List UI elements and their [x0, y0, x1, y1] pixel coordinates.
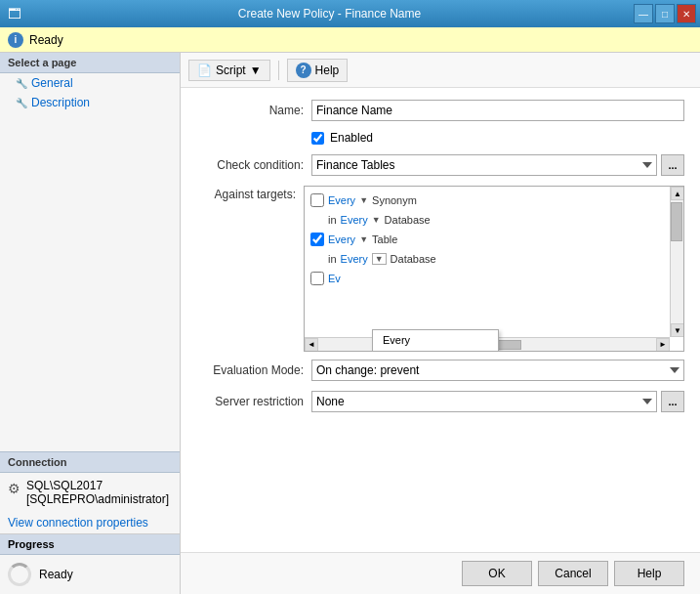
- maximize-button[interactable]: □: [655, 4, 675, 23]
- evaluation-mode-row: Evaluation Mode: On change: prevent: [196, 360, 684, 381]
- target-synonym-db-dropdown-icon: ▼: [372, 215, 381, 225]
- sidebar-description-label: Description: [31, 96, 90, 109]
- check-condition-ellipsis-button[interactable]: ...: [661, 154, 684, 176]
- target-synonym-db-every-link[interactable]: Every: [341, 214, 368, 226]
- target-synonym-db-text: Database: [385, 214, 431, 226]
- ok-button[interactable]: OK: [462, 561, 532, 586]
- vertical-scrollbar[interactable]: ▲ ▼: [670, 187, 683, 337]
- target-synonym-text: Synonym: [372, 194, 417, 206]
- status-icon: i: [8, 32, 23, 48]
- scroll-up-arrow[interactable]: ▲: [671, 187, 684, 200]
- server-restriction-ellipsis-button[interactable]: ...: [661, 391, 684, 412]
- targets-inner: Every ▼ Synonym in Every ▼ Database: [305, 191, 683, 288]
- sidebar: Select a page 🔧 General 🔧 Description Co…: [0, 53, 181, 594]
- scroll-down-arrow[interactable]: ▼: [671, 323, 684, 337]
- name-label: Name:: [196, 104, 304, 117]
- server-restriction-label: Server restriction: [196, 395, 304, 408]
- window-title: Create New Policy - Finance Name: [25, 7, 634, 21]
- sidebar-item-general[interactable]: 🔧 General: [0, 73, 180, 93]
- targets-scroll-area[interactable]: Every ▼ Synonym in Every ▼ Database: [305, 187, 683, 351]
- script-label: Script: [216, 64, 246, 77]
- connection-user: [SQLREPRO\administrator]: [26, 492, 169, 506]
- server-restriction-row: Server restriction None ...: [196, 391, 684, 412]
- name-row: Name:: [196, 100, 684, 121]
- enabled-label: Enabled: [330, 131, 373, 145]
- footer: OK Cancel Help: [181, 552, 700, 594]
- connection-title: Connection: [0, 451, 180, 473]
- target-table-db-text: Database: [391, 253, 436, 265]
- against-targets-label: Against targets:: [196, 186, 304, 352]
- close-button[interactable]: ✕: [677, 4, 696, 23]
- progress-spinner: [8, 563, 31, 586]
- targets-box: Every ▼ Synonym in Every ▼ Database: [304, 186, 684, 352]
- target-table-dropdown-icon: ▼: [359, 234, 368, 244]
- target-row-synonym: Every ▼ Synonym: [309, 191, 676, 210]
- enabled-row: Enabled: [196, 131, 684, 145]
- select-page-title: Select a page: [0, 53, 180, 73]
- server-restriction-select[interactable]: None: [311, 391, 657, 412]
- target-ev-checkbox[interactable]: [310, 272, 324, 285]
- title-bar-buttons: — □ ✕: [634, 4, 696, 23]
- progress-content: Ready: [0, 555, 180, 594]
- connection-details: SQL\SQL2017 [SQLREPRO\administrator]: [26, 479, 169, 506]
- connection-section: Connection ⚙ SQL\SQL2017 [SQLREPRO\admin…: [0, 451, 180, 533]
- form-area: Name: Enabled Check condition: Finance T…: [181, 88, 700, 552]
- target-synonym-every-link[interactable]: Every: [328, 194, 355, 206]
- target-row-table-db: in Every ▼ Database Every New condition.…: [309, 249, 676, 269]
- footer-help-button[interactable]: Help: [614, 561, 684, 586]
- scroll-thumb[interactable]: [671, 202, 682, 241]
- main-layout: Select a page 🔧 General 🔧 Description Co…: [0, 53, 700, 594]
- target-table-checkbox[interactable]: [310, 233, 324, 246]
- scroll-right-arrow[interactable]: ►: [656, 338, 670, 352]
- progress-title: Progress: [0, 534, 180, 555]
- target-synonym-checkbox[interactable]: [310, 193, 324, 207]
- help-label: Help: [315, 64, 340, 77]
- script-icon: 📄: [197, 64, 212, 77]
- target-synonym-dropdown-icon: ▼: [359, 195, 368, 205]
- sidebar-item-description[interactable]: 🔧 Description: [0, 93, 180, 112]
- name-input[interactable]: [311, 100, 684, 121]
- target-table-db-dropdown-icon: ▼: [372, 253, 387, 265]
- enabled-checkbox[interactable]: [311, 132, 324, 145]
- progress-section: Progress Ready: [0, 533, 180, 594]
- server-restriction-group: None ...: [311, 391, 684, 412]
- title-bar-left: 🗔: [8, 6, 25, 21]
- check-condition-label: Check condition:: [196, 158, 304, 172]
- connection-server: SQL\SQL2017: [26, 479, 169, 492]
- scroll-left-arrow[interactable]: ◄: [305, 338, 318, 352]
- cancel-button[interactable]: Cancel: [538, 561, 608, 586]
- target-table-every-link[interactable]: Every: [328, 233, 355, 245]
- view-connection-properties-link[interactable]: View connection properties: [0, 512, 180, 533]
- check-condition-row: Check condition: Finance Tables ...: [196, 154, 684, 176]
- help-button[interactable]: ? Help: [287, 59, 349, 82]
- check-condition-select[interactable]: Finance Tables: [311, 154, 657, 176]
- script-dropdown-icon: ▼: [250, 64, 262, 77]
- dropdown-item-every[interactable]: Every: [373, 330, 498, 350]
- target-table-db-every-link[interactable]: Every: [341, 253, 368, 265]
- status-bar: i Ready: [0, 27, 700, 53]
- target-ev-link[interactable]: Ev: [328, 273, 341, 284]
- target-table-text: Table: [372, 233, 397, 245]
- title-bar: 🗔 Create New Policy - Finance Name — □ ✕: [0, 0, 700, 27]
- toolbar-divider: [278, 61, 279, 80]
- sidebar-general-label: General: [31, 76, 73, 90]
- in-text-1: in: [328, 214, 337, 226]
- every-dropdown-popup: Every New condition...: [372, 329, 499, 351]
- script-button[interactable]: 📄 Script ▼: [188, 60, 270, 81]
- evaluation-mode-select[interactable]: On change: prevent: [311, 360, 684, 381]
- against-targets-row: Against targets: Every ▼ Synonym: [196, 186, 684, 352]
- connection-info: ⚙ SQL\SQL2017 [SQLREPRO\administrator]: [0, 473, 180, 512]
- status-text: Ready: [29, 33, 63, 47]
- help-icon: ?: [296, 63, 311, 78]
- target-row-ev: Ev: [309, 269, 676, 288]
- target-row-synonym-db: in Every ▼ Database: [309, 210, 676, 230]
- connection-server-icon: ⚙: [8, 481, 21, 496]
- minimize-button[interactable]: —: [634, 4, 653, 23]
- content-area: 📄 Script ▼ ? Help Name: Enabled: [181, 53, 700, 594]
- check-condition-select-group: Finance Tables ...: [311, 154, 684, 176]
- evaluation-mode-label: Evaluation Mode:: [196, 363, 304, 377]
- in-text-2: in: [328, 253, 337, 265]
- target-row-table: Every ▼ Table: [309, 230, 676, 249]
- progress-status: Ready: [39, 568, 73, 581]
- toolbar: 📄 Script ▼ ? Help: [181, 53, 700, 88]
